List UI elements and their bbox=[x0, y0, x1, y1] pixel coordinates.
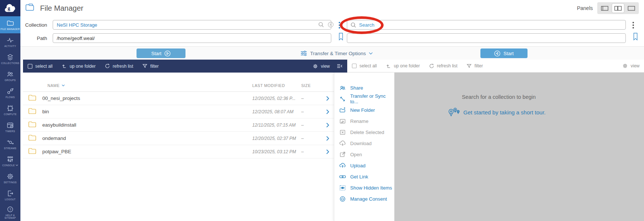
menu-item-label: Download bbox=[350, 141, 372, 146]
menu-item-label: Upload bbox=[350, 163, 365, 168]
menu-item-open[interactable]: Open bbox=[334, 149, 394, 160]
sidebar-item-collections[interactable]: COLLECTIONS bbox=[0, 50, 20, 67]
file-modified: 12/2/2025, 08:07 AM bbox=[252, 109, 301, 114]
collection-label: Collection bbox=[20, 22, 47, 28]
panel-layout-left-collapsed-button[interactable] bbox=[599, 4, 611, 13]
file-name[interactable]: easybuildinstall bbox=[42, 122, 252, 128]
sidebar-item-flows[interactable]: FLOWS bbox=[0, 84, 20, 101]
file-modified: 12/20/2025, 02:37 PM bbox=[252, 136, 301, 141]
filter-button[interactable]: filter bbox=[466, 63, 483, 69]
column-size[interactable]: SIZE bbox=[301, 83, 334, 88]
menu-item-label: Share bbox=[350, 85, 363, 91]
sidebar-item-settings[interactable]: SETTINGS bbox=[0, 170, 20, 187]
sidebar-item-logout[interactable]: LOGOUT bbox=[0, 187, 20, 204]
right-path-input[interactable] bbox=[347, 33, 626, 43]
sidebar-item-compute[interactable]: COMPUTE bbox=[0, 101, 20, 118]
sidebar-item-streams[interactable]: STREAMS bbox=[0, 135, 20, 153]
table-row[interactable]: bin 12/2/2025, 08:07 AM – bbox=[23, 105, 334, 118]
menu-item-show-hidden-items[interactable]: Show Hidden Items bbox=[334, 182, 394, 193]
transfer-timer-options-button[interactable]: Transfer & Timer Options bbox=[300, 47, 373, 60]
select-all-button[interactable]: select all bbox=[27, 64, 53, 69]
file-manager-app: g FILE MANAGER ACTIVITY COLLECTIONS GROU… bbox=[0, 0, 644, 221]
collection-options-kebab-icon[interactable] bbox=[338, 21, 341, 29]
row-chevron-icon[interactable] bbox=[326, 109, 334, 114]
menu-item-manage-consent[interactable]: Manage Consent bbox=[334, 193, 394, 204]
sidebar-item-activity[interactable]: ACTIVITY bbox=[0, 33, 20, 50]
sidebar-item-help-sitemap[interactable]: ? HELP & SITEMAP bbox=[0, 204, 20, 221]
play-right-circle-icon bbox=[164, 50, 171, 57]
panel-layout-dual-button[interactable] bbox=[612, 4, 624, 13]
sidebar-item-timers[interactable]: TIMERS bbox=[0, 118, 20, 135]
file-name[interactable]: potpaw_PBE bbox=[42, 149, 252, 154]
file-name[interactable]: bin bbox=[42, 109, 252, 114]
refresh-list-label: refresh list bbox=[113, 64, 133, 69]
menu-item-share[interactable]: Share bbox=[334, 82, 394, 93]
menu-item-transfer-or-sync[interactable]: Transfer or Sync to... bbox=[334, 93, 394, 104]
table-row[interactable]: easybuildinstall 12/11/2025, 07:15 AM – bbox=[23, 118, 334, 132]
file-modified: 12/20/2025, 02:36 P... bbox=[252, 96, 301, 101]
view-button[interactable]: view bbox=[622, 63, 640, 69]
menu-item-delete-selected[interactable]: Delete Selected bbox=[334, 127, 394, 138]
menu-item-download[interactable]: Download bbox=[334, 138, 394, 149]
transfer-controls-row: Start Transfer & Timer Options Start bbox=[20, 46, 644, 60]
up-one-folder-button[interactable]: up one folder bbox=[62, 63, 96, 69]
column-name[interactable]: NAME bbox=[47, 83, 252, 88]
link-icon bbox=[339, 173, 346, 180]
bookmark-icon[interactable] bbox=[338, 33, 344, 42]
sidebar-item-file-manager[interactable]: FILE MANAGER bbox=[0, 16, 20, 33]
collection-path-form: Collection Path bbox=[20, 16, 644, 46]
right-collection-search-input[interactable] bbox=[347, 20, 626, 30]
view-button[interactable]: view bbox=[312, 63, 330, 69]
folder-icon bbox=[28, 121, 42, 129]
menu-item-get-link[interactable]: Get Link bbox=[334, 171, 394, 182]
select-all-button[interactable]: select all bbox=[352, 63, 377, 68]
path-input[interactable] bbox=[53, 33, 331, 43]
sidebar-item-label: FILE MANAGER bbox=[1, 28, 20, 30]
sidebar-item-console[interactable]: CONSOLE bbox=[0, 153, 20, 170]
refresh-list-button[interactable]: refresh list bbox=[105, 63, 133, 69]
row-chevron-icon[interactable] bbox=[326, 136, 334, 141]
up-one-folder-button[interactable]: up one folder bbox=[386, 63, 420, 69]
file-list: NAME LAST MODIFIED SIZE 00_nesi_projects… bbox=[23, 73, 334, 221]
menu-item-rename[interactable]: Rename bbox=[334, 115, 394, 127]
table-row[interactable]: 00_nesi_projects 12/20/2025, 02:36 P... … bbox=[23, 92, 334, 105]
refresh-list-button[interactable]: refresh list bbox=[429, 63, 457, 69]
table-row[interactable]: potpaw_PBE 10/23/2025, 03:12 PM – bbox=[23, 145, 334, 158]
file-name[interactable]: ondemand bbox=[42, 135, 252, 141]
panel-layout-single-button[interactable] bbox=[625, 4, 637, 13]
start-transfer-right-button[interactable]: Start bbox=[480, 48, 528, 58]
up-folder-arrow-icon bbox=[62, 63, 67, 69]
menu-item-upload[interactable]: Upload bbox=[334, 160, 394, 171]
folder-icon bbox=[28, 108, 42, 115]
column-last-modified[interactable]: LAST MODIFIED bbox=[252, 83, 301, 88]
sliders-icon bbox=[300, 50, 307, 56]
panels-label: Panels bbox=[577, 5, 593, 11]
menu-item-new-folder[interactable]: New Folder bbox=[334, 104, 394, 115]
gear-icon bbox=[312, 63, 318, 69]
row-chevron-icon[interactable] bbox=[326, 123, 334, 128]
eye-hidden-icon bbox=[339, 184, 346, 191]
menu-item-label: Transfer or Sync to... bbox=[350, 93, 394, 104]
sidebar-item-label: FLOWS bbox=[6, 96, 15, 98]
table-row[interactable]: ondemand 12/20/2025, 02:37 PM – bbox=[23, 132, 334, 145]
play-left-circle-icon bbox=[494, 50, 500, 57]
select-all-label: select all bbox=[35, 64, 53, 69]
filter-button[interactable]: filter bbox=[142, 63, 159, 69]
search-icon[interactable] bbox=[318, 21, 324, 29]
panels-control: Panels bbox=[577, 2, 639, 14]
sidebar-item-groups[interactable]: GROUPS bbox=[0, 67, 20, 84]
globus-logo[interactable]: g bbox=[0, 0, 20, 16]
start-transfer-left-button[interactable]: Start bbox=[137, 48, 185, 58]
collapse-panel-button[interactable] bbox=[336, 63, 343, 69]
row-chevron-icon[interactable] bbox=[326, 149, 334, 154]
row-chevron-icon[interactable] bbox=[326, 96, 334, 101]
clear-collection-icon[interactable] bbox=[328, 21, 334, 29]
tour-link[interactable]: Get started by taking a short tour. bbox=[447, 107, 546, 117]
collection-input[interactable] bbox=[53, 20, 331, 30]
tour-pins-icon bbox=[447, 107, 460, 117]
right-panel-empty-state: Search for a collection to begin Get sta… bbox=[394, 73, 644, 221]
file-name[interactable]: 00_nesi_projects bbox=[42, 96, 252, 101]
refresh-list-label: refresh list bbox=[437, 63, 457, 68]
right-bookmark-icon[interactable] bbox=[632, 33, 638, 42]
right-collection-options-kebab-icon[interactable] bbox=[632, 21, 635, 29]
